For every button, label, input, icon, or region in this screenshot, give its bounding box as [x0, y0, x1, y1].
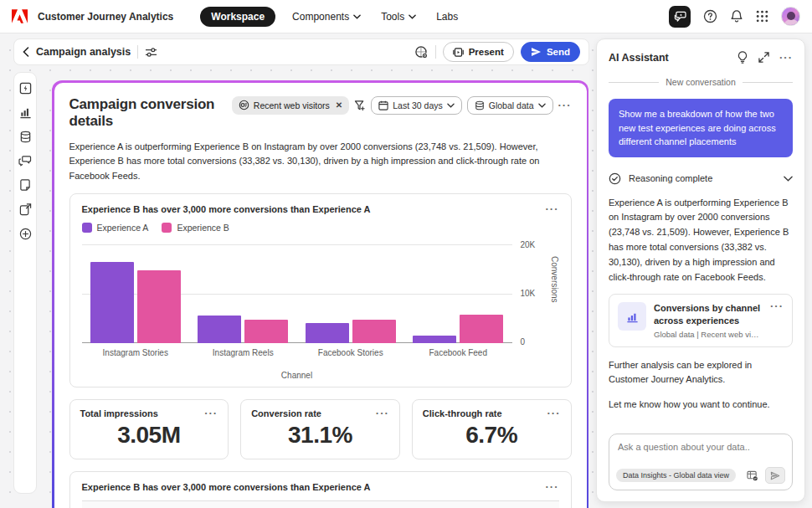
- metric-card-total-impressions: Total impressions ··· 3.05M: [69, 399, 229, 459]
- add-filter-icon[interactable]: [354, 100, 366, 111]
- new-conversation-divider: New conversation: [609, 77, 793, 87]
- components-data-icon[interactable]: [18, 129, 33, 144]
- bar-experience-b[interactable]: [244, 320, 288, 343]
- submit-question-icon[interactable]: [765, 467, 785, 484]
- chevron-down-icon: [353, 14, 361, 19]
- chart-legend: Experience AExperience B: [82, 223, 559, 233]
- bar-experience-b[interactable]: [460, 315, 503, 343]
- visualizations-icon[interactable]: [18, 105, 33, 120]
- x-tick-label: Instagram Reels: [189, 348, 297, 357]
- project-title: Campaign analysis: [36, 46, 131, 58]
- metric-label: Total impressions: [80, 408, 158, 418]
- viz-result-card[interactable]: Conversions by channel across experience…: [609, 294, 793, 347]
- y-tick-label: 10K: [521, 289, 536, 298]
- send-icon: [531, 47, 542, 57]
- bar-experience-b[interactable]: [352, 320, 396, 343]
- suggestions-bulb-icon[interactable]: [737, 51, 748, 64]
- metric-more-icon[interactable]: ···: [204, 409, 218, 418]
- user-avatar[interactable]: [781, 7, 800, 26]
- panel-title: Campaign conversion details: [69, 96, 232, 130]
- legend-item[interactable]: Experience A: [82, 223, 149, 233]
- assistant-question-input[interactable]: [618, 442, 784, 464]
- top-nav: Customer Journey Analytics Workspace Com…: [0, 0, 812, 33]
- annotations-icon[interactable]: [18, 153, 33, 168]
- bar-group: [82, 244, 190, 343]
- metric-more-icon[interactable]: ···: [547, 409, 561, 418]
- calendar-icon: [378, 100, 388, 110]
- notifications-bell-icon[interactable]: [730, 9, 743, 23]
- data-view-chip[interactable]: Global data: [467, 96, 553, 115]
- nav-labs[interactable]: Labs: [433, 11, 461, 23]
- metric-more-icon[interactable]: ···: [376, 409, 389, 418]
- app-window: Customer Journey Analytics Workspace Com…: [0, 0, 812, 508]
- segment-chip[interactable]: Recent web visitors ✕: [232, 96, 349, 115]
- present-icon: [453, 48, 464, 57]
- send-button[interactable]: Send: [521, 42, 580, 62]
- viz-card-subtitle: Global data | Recent web visitors | Last…: [654, 330, 763, 339]
- chart-more-icon[interactable]: ···: [546, 205, 559, 213]
- panel-more-icon[interactable]: ···: [558, 101, 572, 110]
- assistant-response: Experience A is outperforming Experience…: [609, 196, 793, 285]
- metric-label: Click-through rate: [423, 408, 502, 418]
- ai-assistant-toggle-icon[interactable]: [669, 6, 691, 28]
- app-switcher-grid-icon[interactable]: [756, 10, 768, 23]
- ai-more-icon[interactable]: ···: [779, 54, 793, 62]
- help-icon[interactable]: [703, 9, 717, 23]
- column-header-percent[interactable]: % of total purchases: [396, 501, 559, 508]
- bar-experience-a[interactable]: [306, 323, 349, 343]
- table-more-icon[interactable]: ···: [546, 483, 559, 491]
- assistant-input-box: Data Insights - Global data view: [609, 434, 793, 490]
- project-header: Campaign analysis Present Send: [13, 38, 589, 65]
- filter-sliders-icon[interactable]: [145, 47, 157, 58]
- legend-swatch-icon: [162, 223, 172, 233]
- chevron-down-icon: [538, 103, 546, 108]
- panels-icon[interactable]: [18, 80, 33, 95]
- back-chevron-icon[interactable]: [23, 47, 29, 57]
- bar-experience-a[interactable]: [90, 262, 134, 343]
- x-tick-label: Facebook Feed: [404, 348, 512, 357]
- present-button[interactable]: Present: [443, 42, 514, 62]
- bar-chart-card: Experience B has over 3,000 more convers…: [69, 193, 572, 387]
- nav-components[interactable]: Components: [289, 11, 364, 23]
- table-header-row: Product Purchases % of total purchases: [82, 500, 559, 508]
- notes-icon[interactable]: [18, 177, 33, 192]
- chart-title: Experience B has over 3,000 more convers…: [82, 204, 371, 214]
- new-conversation-label: New conversation: [666, 77, 735, 87]
- database-icon: [475, 100, 485, 110]
- expand-icon[interactable]: [758, 52, 769, 63]
- data-view-settings-icon[interactable]: [414, 45, 429, 59]
- viz-card-title: Conversions by channel across experience…: [654, 302, 763, 327]
- bar-group: [189, 244, 297, 343]
- metric-cards-row: Total impressions ··· 3.05M Conversion r…: [69, 399, 572, 459]
- data-context-check-icon[interactable]: [747, 470, 758, 481]
- reasoning-disclosure[interactable]: Reasoning complete: [609, 172, 793, 185]
- share-export-icon[interactable]: [18, 202, 33, 217]
- metric-value: 6.7%: [423, 422, 561, 449]
- metric-label: Conversion rate: [251, 408, 321, 418]
- insight-panel: Campaign conversion details Recent web v…: [54, 83, 587, 508]
- add-icon[interactable]: [18, 226, 33, 241]
- legend-item[interactable]: Experience B: [162, 223, 229, 233]
- bar-experience-a[interactable]: [198, 316, 241, 343]
- viz-card-more-icon[interactable]: ···: [770, 302, 784, 310]
- context-chip[interactable]: Data Insights - Global data view: [616, 469, 736, 482]
- table-title: Experience B has over 3,000 more convers…: [82, 482, 371, 492]
- chevron-down-icon: [447, 103, 455, 108]
- bar-experience-b[interactable]: [137, 270, 181, 343]
- column-header-product[interactable]: Product: [82, 501, 254, 508]
- metric-card-click-through-rate: Click-through rate ··· 6.7%: [412, 399, 572, 459]
- nav-tools[interactable]: Tools: [378, 11, 419, 23]
- adobe-logo-icon[interactable]: [12, 9, 28, 23]
- date-range-chip[interactable]: Last 30 days: [371, 96, 462, 115]
- y-axis: 20K 10K 0 Conversions: [512, 244, 559, 343]
- column-header-purchases[interactable]: Purchases: [254, 501, 396, 508]
- nav-workspace[interactable]: Workspace: [200, 7, 275, 27]
- legend-label: Experience B: [177, 223, 229, 233]
- assistant-followup: Let me know how you want to continue.: [609, 398, 793, 412]
- metric-value: 31.1%: [251, 422, 389, 449]
- remove-chip-icon[interactable]: ✕: [336, 100, 342, 110]
- legend-swatch-icon: [82, 223, 92, 233]
- y-axis-title: Conversions: [550, 256, 559, 303]
- left-rail: [13, 72, 37, 494]
- bar-experience-a[interactable]: [413, 336, 456, 343]
